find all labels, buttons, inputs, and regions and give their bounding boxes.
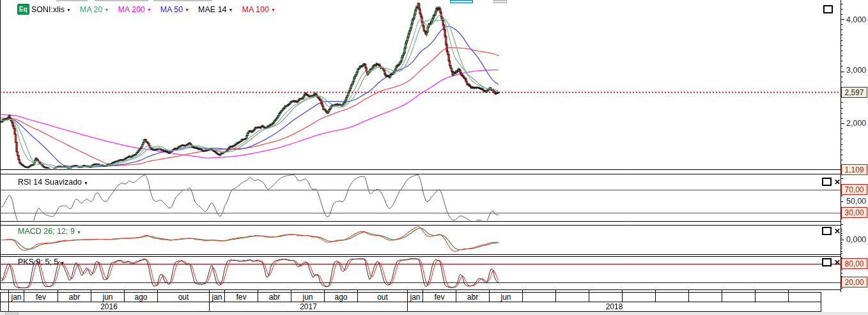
month-cell: jan xyxy=(209,292,225,302)
month-cell xyxy=(0,292,9,302)
chart-window: Eq SONI:xlis ▼ MA 20▼MA 200▼MA 50▼MAE 14… xyxy=(0,0,868,315)
month-cell xyxy=(755,292,789,302)
macd-zero-label: 0,000 xyxy=(846,235,866,244)
chevron-down-icon: ▼ xyxy=(147,8,151,12)
month-cell xyxy=(688,292,722,302)
pks-label: PKS 9; 5; 5 xyxy=(18,257,58,266)
month-cell: ago xyxy=(324,292,358,302)
rsi-label: RSI 14 Suavizado xyxy=(18,178,82,187)
month-cell: jun xyxy=(91,292,125,302)
rsi-upper-badge: 70,00 xyxy=(841,184,867,195)
indicator-button[interactable]: MA 50▼ xyxy=(160,5,189,14)
month-cell xyxy=(555,292,589,302)
low-price-badge: 1,109 xyxy=(841,164,867,175)
maximize-button[interactable] xyxy=(822,227,832,235)
month-cell: out xyxy=(157,292,210,302)
year-cell: 2018 xyxy=(407,302,821,312)
chevron-down-icon: ▼ xyxy=(271,8,275,12)
chevron-down-icon: ▼ xyxy=(185,8,189,12)
month-cell: fev xyxy=(422,292,456,302)
indicator-button[interactable]: MAE 14▼ xyxy=(198,5,233,14)
pks-panel-header[interactable]: PKS 9; 5; 5 ▼ xyxy=(18,257,65,266)
clipped-control-fragment xyxy=(95,0,148,1)
clipped-control-fragment xyxy=(56,0,88,1)
chevron-down-icon: ▼ xyxy=(104,8,109,12)
indicator-button[interactable]: MA 100▼ xyxy=(242,5,275,14)
chevron-down-icon: ▼ xyxy=(77,230,81,234)
pks-lower-badge: 20,00 xyxy=(841,277,867,288)
rsi-panel-buttons: ✕ xyxy=(822,178,841,186)
month-cell: abr xyxy=(58,292,91,302)
indicator-button[interactable]: MA 20▼ xyxy=(80,5,109,14)
year-cell xyxy=(0,302,9,312)
price-tick-label: 3,000 xyxy=(846,66,866,75)
time-axis-years: 201620172018 xyxy=(0,302,868,312)
toolbar: Eq SONI:xlis ▼ MA 20▼MA 200▼MA 50▼MAE 14… xyxy=(17,4,275,15)
chevron-down-icon: ▼ xyxy=(229,8,233,12)
horizontal-scrollbar[interactable] xyxy=(0,312,868,315)
clipped-control-fragment xyxy=(493,0,507,3)
month-cell: jan xyxy=(8,292,24,302)
month-cell: out xyxy=(357,292,408,302)
month-cell xyxy=(655,292,689,302)
price-tick-label: 4,000 xyxy=(846,15,866,24)
clipped-control-fragment xyxy=(153,0,212,1)
rsi-panel-header[interactable]: RSI 14 Suavizado ▼ xyxy=(18,178,88,187)
month-cell xyxy=(722,292,756,302)
time-axis-months: janfevabrjunagooutjanfevabrjunagooutjanf… xyxy=(0,292,868,302)
year-cell: 2017 xyxy=(209,302,408,312)
month-cell: fev xyxy=(24,292,58,302)
macd-panel-buttons: ✕ xyxy=(822,227,841,235)
month-cell xyxy=(589,292,623,302)
instrument-selector[interactable]: Eq SONI:xlis ▼ xyxy=(17,4,71,15)
month-cell: abr xyxy=(258,292,291,302)
indicator-label: MA 100 xyxy=(242,5,269,14)
chevron-down-icon: ▼ xyxy=(84,181,88,185)
indicator-label: MAE 14 xyxy=(198,5,226,14)
month-cell xyxy=(522,292,556,302)
year-cell: 2016 xyxy=(8,302,210,312)
indicator-label: MA 50 xyxy=(160,5,183,14)
rsi-mid-label: 50,00 xyxy=(846,197,866,206)
last-price-badge: 2,597 xyxy=(841,87,867,98)
macd-label: MACD 26; 12; 9 xyxy=(18,227,75,236)
macd-panel-header[interactable]: MACD 26; 12; 9 ▼ xyxy=(18,227,81,236)
indicator-button[interactable]: MA 200▼ xyxy=(118,5,151,14)
pks-panel-buttons: ✕ xyxy=(822,258,841,266)
clipped-control-fragment xyxy=(450,0,473,3)
month-cell: jan xyxy=(407,292,423,302)
indicator-label: MA 20 xyxy=(80,5,102,14)
close-icon[interactable]: ✕ xyxy=(834,179,841,185)
close-icon[interactable]: ✕ xyxy=(834,228,841,234)
month-cell: fev xyxy=(224,292,258,302)
maximize-button[interactable] xyxy=(822,178,832,186)
month-cell: jun xyxy=(489,292,523,302)
close-icon[interactable]: ✕ xyxy=(834,259,841,266)
month-cell xyxy=(788,292,821,302)
scrollbar-thumb[interactable] xyxy=(5,312,19,315)
month-cell: ago xyxy=(124,292,158,302)
symbol-label: SONI:xlis xyxy=(31,5,65,14)
month-cell: jun xyxy=(291,292,325,302)
equity-type-badge: Eq xyxy=(17,4,29,15)
indicator-label: MA 200 xyxy=(118,5,144,14)
chevron-down-icon: ▼ xyxy=(66,8,71,12)
pks-upper-badge: 80,00 xyxy=(841,258,867,269)
maximize-button[interactable] xyxy=(822,258,832,266)
chevron-down-icon: ▼ xyxy=(60,261,65,265)
month-cell xyxy=(622,292,656,302)
month-cell: abr xyxy=(456,292,490,302)
chart-canvas[interactable] xyxy=(0,0,868,315)
rsi-lower-badge: 30,00 xyxy=(841,207,867,218)
maximize-button[interactable] xyxy=(823,5,833,13)
price-tick-label: 2,000 xyxy=(846,119,866,128)
